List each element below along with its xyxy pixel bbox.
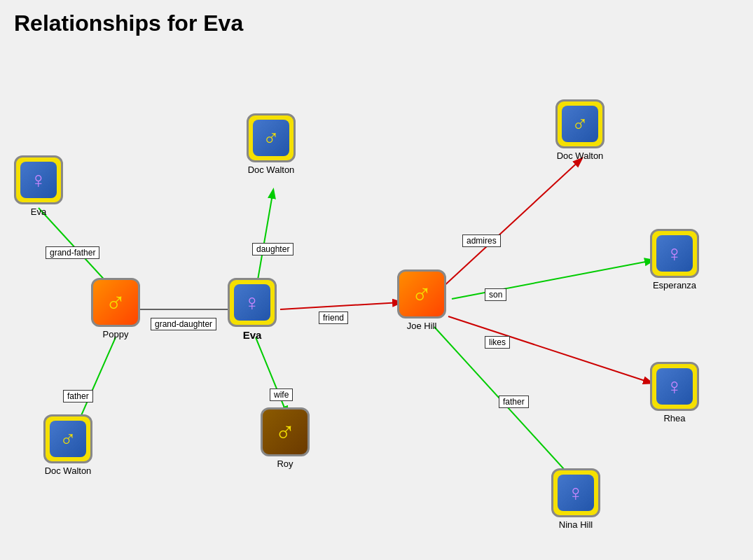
- node-roy-label: Roy: [277, 458, 293, 469]
- male-symbol: ♂: [105, 288, 126, 316]
- node-joe-hill-label: Joe Hill: [407, 321, 437, 331]
- relation-father-jh: father: [499, 396, 529, 408]
- node-doc-walton-tr[interactable]: ♂ Doc Walton: [555, 99, 605, 161]
- female-symbol-nina: ♀: [567, 482, 584, 504]
- node-doc-walton-bl[interactable]: ♂ Doc Walton: [43, 414, 92, 476]
- svg-line-8: [448, 316, 651, 383]
- node-joe-hill[interactable]: ♂ Joe Hill: [397, 270, 446, 331]
- node-rhea[interactable]: ♀ Rhea: [650, 362, 699, 424]
- relation-father-bl: father: [63, 390, 93, 402]
- node-nina-hill[interactable]: ♀ Nina Hill: [551, 468, 600, 530]
- relation-friend: friend: [319, 312, 348, 324]
- node-esperanza-label: Esperanza: [653, 280, 696, 290]
- node-doc-walton-top-label: Doc Walton: [248, 164, 295, 175]
- node-eva-center-label: Eva: [243, 329, 262, 341]
- node-eva-main-label: Eva: [31, 206, 46, 217]
- node-eva-main[interactable]: ♀ Eva: [14, 155, 63, 217]
- page-title: Relationships for Eva: [0, 0, 753, 47]
- male-symbol-bl: ♂: [60, 428, 76, 450]
- node-nina-hill-label: Nina Hill: [559, 519, 593, 530]
- node-doc-walton-tr-label: Doc Walton: [557, 150, 604, 161]
- female-symbol-center: ♀: [244, 291, 261, 314]
- node-esperanza[interactable]: ♀ Esperanza: [650, 229, 699, 290]
- female-symbol-rhea: ♀: [666, 375, 683, 398]
- relation-daughter: daughter: [252, 243, 293, 255]
- relation-likes: likes: [485, 336, 510, 349]
- male-symbol-tr: ♂: [572, 113, 588, 135]
- male-symbol-roy: ♂: [275, 418, 296, 446]
- svg-line-7: [452, 260, 653, 299]
- node-doc-walton-top[interactable]: ♂ Doc Walton: [247, 113, 296, 175]
- relation-grand-daughter: grand-daughter: [151, 318, 216, 330]
- male-symbol-top: ♂: [263, 127, 279, 149]
- svg-line-9: [434, 327, 578, 484]
- node-rhea-label: Rhea: [663, 413, 685, 424]
- node-doc-walton-bl-label: Doc Walton: [45, 465, 92, 476]
- svg-line-6: [441, 159, 581, 288]
- male-symbol-joe: ♂: [411, 280, 432, 308]
- diagram-area: grand-father father daughter grand-daugh…: [0, 47, 753, 560]
- female-symbol-esp: ♀: [666, 242, 683, 265]
- relation-grand-father: grand-father: [46, 246, 99, 259]
- node-eva-center[interactable]: ♀ Eva: [228, 278, 277, 341]
- svg-line-4: [280, 302, 401, 309]
- relation-wife: wife: [270, 388, 293, 401]
- node-poppy-label: Poppy: [103, 329, 129, 340]
- node-poppy[interactable]: ♂ Poppy: [91, 278, 140, 340]
- relation-admires: admires: [462, 234, 501, 247]
- svg-line-1: [77, 337, 116, 425]
- svg-line-2: [256, 190, 273, 292]
- svg-line-5: [256, 337, 287, 414]
- relation-son: son: [485, 288, 506, 301]
- node-roy[interactable]: ♂ Roy: [261, 407, 310, 469]
- female-symbol: ♀: [30, 169, 47, 191]
